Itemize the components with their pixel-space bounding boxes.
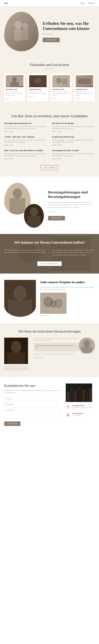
projects-heading: Jedes unserer Projekte ist anders <box>40 280 95 284</box>
consulting-svg-2 <box>24 204 44 228</box>
svg-rect-41 <box>77 388 81 402</box>
case-studies-title: Fallstudien und Geschichten <box>4 63 95 67</box>
contact-office-item: 📍 Unser Bürostandort 123 irgendwo St, Ir… <box>66 404 95 410</box>
case-card-more-2[interactable]: MEHR <box>29 96 33 98</box>
nav-home[interactable]: Home <box>81 2 85 4</box>
svg-rect-33 <box>7 352 25 364</box>
svg-point-18 <box>30 207 38 216</box>
svg-point-25 <box>14 286 27 300</box>
principles-title: Um Ihre Ziele zu erreichen, sind unsere … <box>4 114 95 118</box>
svg-rect-1 <box>14 29 22 41</box>
help-section: Wie können wir Ihrem Unternehmen helfen?… <box>0 234 99 274</box>
principle-more-1[interactable]: MEHR LESEN <box>4 131 47 132</box>
svg-rect-47 <box>78 388 79 388</box>
principle-title-4: Es gibt keinen Platz für Ego <box>52 136 95 138</box>
help-cta-button[interactable]: MACH EINEN KURS <box>37 262 61 266</box>
svg-rect-45 <box>68 392 68 392</box>
svg-rect-43 <box>85 391 88 402</box>
principle-more-5[interactable]: MEHR LESEN <box>4 158 47 160</box>
svg-rect-26 <box>8 300 32 317</box>
principle-3: "Genius" sollte nicht "Jein" bedeuten. E… <box>4 136 47 146</box>
consulting-text: Duis aute irure dolor in reprehenderit i… <box>48 201 95 208</box>
case-card-more-4[interactable]: MEHR <box>76 98 80 100</box>
contact-name-input[interactable] <box>4 396 60 401</box>
consulting-author: Bild von Pexels <box>48 210 95 213</box>
hero-heading: Erfinden Sie neu, was Ihr Unternehmen se… <box>43 21 95 31</box>
contact-message-input[interactable] <box>4 408 60 418</box>
svg-rect-44 <box>89 388 92 402</box>
projects-svg-2 <box>40 293 66 314</box>
case-card-text-4: Beispiel-Text. Klicken Sie hier, um mit … <box>76 91 93 96</box>
case-card-image-1 <box>6 75 23 87</box>
svg-point-10 <box>56 78 62 84</box>
case-card-title-1: Beispielüberschrift <box>6 88 23 90</box>
contact-form: ANFRAGEN <box>4 396 60 426</box>
principle-6: Erwartungen und Ziele verwalten Eine wic… <box>52 150 95 160</box>
consulting-image-2 <box>24 204 44 228</box>
svg-rect-16 <box>10 198 25 214</box>
principle-more-6[interactable]: MEHR LESEN <box>52 158 95 160</box>
nav-about[interactable]: About Us <box>88 2 95 4</box>
consulting-cta-button[interactable]: LERN MEHR <box>48 216 65 220</box>
principles-cta-button[interactable]: WIR LIEBEN <box>41 165 58 170</box>
projects-section: Jedes unserer Projekte ist anders Lorem … <box>0 274 99 323</box>
principle-text-3: Eine wichtige Aussage, die den Grundsatz… <box>4 139 47 143</box>
case-img-svg-3 <box>52 75 70 87</box>
consulting-heading: Beratungsleistungen sind Beratungsleistu… <box>48 190 95 199</box>
contact-submit-button[interactable]: ANFRAGEN <box>4 422 21 426</box>
principle-more-2[interactable]: MEHR LESEN <box>52 131 95 132</box>
contact-title: Kontaktieren Sie uns <box>4 384 60 388</box>
case-cards-container: Beispielüberschrift Klicken Sie hier, um… <box>4 74 95 101</box>
case-studies-sub: Bild von Pexels <box>4 68 95 70</box>
principle-5: Alles, was Sie tun, muss einen Mehrwert … <box>4 150 47 160</box>
challenges-title: Wir lösen die kritischsten Herausforderu… <box>4 330 95 334</box>
case-card-image-3 <box>52 75 70 87</box>
case-studies-section: Fallstudien und Geschichten Bild von Pex… <box>0 56 99 108</box>
case-card-more-1[interactable]: MEHR <box>6 98 10 100</box>
principle-title-6: Erwartungen und Ziele verwalten <box>52 150 95 152</box>
svg-rect-42 <box>82 390 85 402</box>
consulting-images <box>4 183 44 228</box>
contact-text: Handhabung von kompliziertem Anspruch pf… <box>4 389 60 394</box>
contact-person-name: Torsten Haasman <box>72 412 83 414</box>
principle-text-1: Eine wichtige Aussage, die den Grundsatz… <box>4 126 47 130</box>
case-card-text-3: Beispiel-Text. Klicken Sie hier, um mit … <box>52 91 70 96</box>
navbar: logo Home About Us <box>0 0 99 6</box>
principle-text-2: Eine wichtige Aussage, die den Grundsatz… <box>52 126 95 130</box>
svg-rect-11 <box>62 78 68 85</box>
hero-image-placeholder <box>4 12 39 51</box>
logo: logo <box>4 2 8 4</box>
principle-more-4[interactable]: MEHR LESEN <box>52 144 95 146</box>
consulting-section: Beratungsleistungen sind Beratungsleistu… <box>0 176 99 234</box>
challenges-layout: Grüezi wird Ihnen sagen, wollen Sie eine… <box>4 338 95 371</box>
case-card-text-2: Klicken Sie hier, um mit der Bearbeitung… <box>29 91 47 94</box>
svg-point-15 <box>13 188 22 198</box>
case-card-2: Beispielüberschrift Klicken Sie hier, um… <box>28 74 48 101</box>
principle-more-3[interactable]: MEHR LESEN <box>4 144 47 146</box>
contact-office-title: Unser Bürostandort <box>72 404 95 406</box>
case-card-more-3[interactable]: MEHR <box>52 98 56 100</box>
case-img-svg-4 <box>76 75 93 87</box>
contact-person-item: 📞 Torsten Haasman +1 234 567 8901 <box>66 412 95 417</box>
challenges-left-image <box>4 338 28 364</box>
contact-office-text: Unser Bürostandort 123 irgendwo St, Irge… <box>72 404 95 410</box>
principle-text-5: Eine wichtige Aussage, die den Grundsatz… <box>4 153 47 157</box>
case-card-text-1: Klicken Sie hier, um mit der Bearbeitung… <box>6 91 23 96</box>
projects-text-block: Jedes unserer Projekte ist anders Lorem … <box>40 280 95 316</box>
principle-2: Die Antwort ist die dieselbe. Eine wicht… <box>52 122 95 132</box>
hero-image <box>4 12 39 51</box>
contact-email-input[interactable] <box>4 402 60 407</box>
projects-text: Lorem ipsum dolor sit amet, consectetur … <box>40 286 95 290</box>
principles-grid: Ratschläge müssen umsetzbar sein Eine wi… <box>4 122 95 160</box>
principle-title-3: "Genius" sollte nicht "Jein" bedeuten. <box>4 136 47 138</box>
projects-image-2 <box>40 293 66 314</box>
case-card-title-3: Beispielüberschrift <box>52 88 70 90</box>
case-img-svg-1 <box>6 75 23 87</box>
principle-1: Ratschläge müssen umsetzbar sein Eine wi… <box>4 122 47 132</box>
hero-cta-button[interactable]: LERN MEHR <box>43 38 60 42</box>
principle-text-4: Eine wichtige Aussage, die den Grundsatz… <box>52 139 95 143</box>
svg-point-2 <box>22 22 29 30</box>
help-title: Wie können wir Ihrem Unternehmen helfen? <box>4 240 95 244</box>
projects-layout: Jedes unserer Projekte ist anders Lorem … <box>4 280 95 317</box>
principle-title-5: Alles, was Sie tun, muss einen Mehrwert … <box>4 150 47 152</box>
